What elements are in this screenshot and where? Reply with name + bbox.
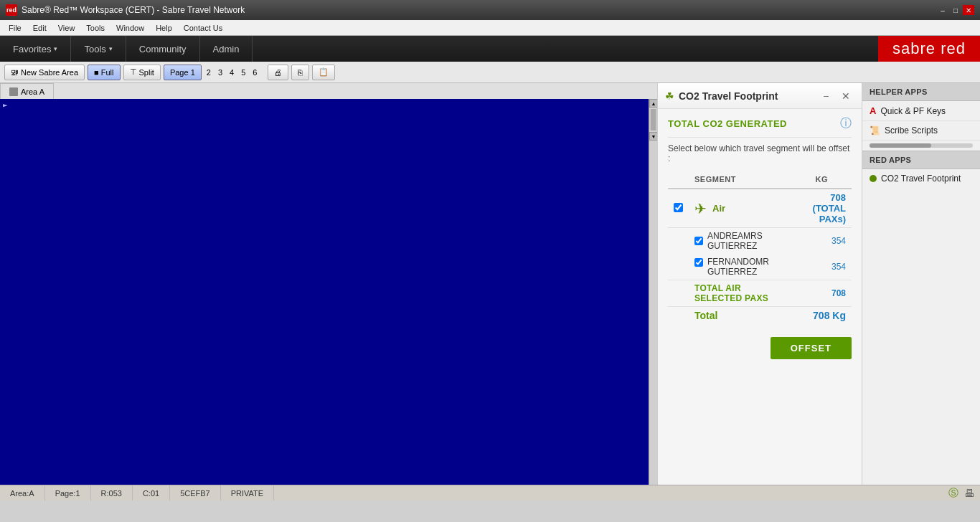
grand-total-kg: 708 Kg: [791, 307, 852, 325]
menu-contact-us[interactable]: Contact Us: [178, 22, 228, 34]
status-page: Page:1: [45, 485, 91, 500]
nav-admin-label: Admin: [213, 44, 240, 54]
pax2-name: FERNANDOMR GUTIERREZ: [707, 257, 786, 277]
scribe-scripts-icon: 📜: [870, 125, 880, 136]
co2-leaf-icon: ☘: [665, 90, 674, 102]
air-checkbox[interactable]: [674, 203, 683, 212]
status-right: Ⓢ 🖶: [948, 487, 974, 500]
menu-help[interactable]: Help: [150, 22, 178, 34]
page3-link[interactable]: 3: [216, 68, 225, 77]
offset-button[interactable]: OFFSET: [771, 337, 852, 359]
segment-table: SEGMENT KG ✈: [668, 171, 852, 324]
red-apps-header: RED APPS: [862, 151, 980, 169]
split-label: Split: [139, 68, 154, 77]
main-content: Area A ► ▲ ▼ ☘ CO2 Travel Footprint – ✕ …: [0, 83, 980, 485]
co2-title: CO2 Travel Footprint: [679, 90, 815, 102]
app-icon: red: [6, 4, 17, 16]
menu-view[interactable]: View: [52, 22, 81, 34]
page1-label: Page 1: [170, 68, 195, 77]
col-segment: SEGMENT: [689, 171, 791, 189]
split-icon: ⊤: [130, 67, 137, 77]
page4-link[interactable]: 4: [227, 68, 236, 77]
air-kg-value: 708 (TOTAL PAXs): [791, 189, 852, 228]
page5-link[interactable]: 5: [239, 68, 248, 77]
paste-button[interactable]: 📋: [312, 65, 335, 80]
total-co2-label: TOTAL CO2 GENERATED: [668, 118, 787, 129]
select-text: Select below which travel segment will b…: [668, 143, 852, 163]
pax1-name: ANDREAMRS GUTIERREZ: [707, 231, 786, 251]
close-button[interactable]: ✕: [963, 5, 974, 15]
page6-link[interactable]: 6: [250, 68, 259, 77]
copy-icon: ⎘: [298, 68, 303, 77]
airplane-icon: ✈: [694, 200, 707, 217]
nav-community-label: Community: [139, 44, 187, 54]
full-button[interactable]: ■ Full: [88, 65, 120, 80]
nav-admin[interactable]: Admin: [200, 36, 253, 62]
vertical-scrollbar[interactable]: ▲ ▼: [649, 99, 657, 485]
scroll-up-arrow[interactable]: ▲: [649, 99, 657, 108]
page2-link[interactable]: 2: [204, 68, 213, 77]
pax2-checkbox[interactable]: [694, 258, 703, 267]
page1-button[interactable]: Page 1: [164, 65, 202, 80]
full-label: Full: [101, 68, 114, 77]
pax1-checkbox[interactable]: [694, 237, 703, 245]
total-air-kg: 708: [791, 280, 852, 307]
co2-body: TOTAL CO2 GENERATED ⓘ Select below which…: [658, 109, 862, 331]
print-button[interactable]: 🖨: [268, 65, 288, 80]
menu-edit[interactable]: Edit: [27, 22, 52, 34]
helper-scrollbar-thumb[interactable]: [870, 143, 931, 148]
title-bar: red Sabre® Red™ Workspace (CERT) - Sabre…: [0, 0, 980, 20]
col-kg: KG: [791, 171, 852, 189]
maximize-button[interactable]: □: [950, 5, 961, 15]
status-bar: Area:A Page:1 R:053 C:01 5CEFB7 PRIVATE …: [0, 485, 980, 500]
grand-total-label: Total: [689, 307, 791, 325]
terminal-area: Area A ► ▲ ▼: [0, 83, 657, 485]
scroll-thumb[interactable]: [651, 109, 656, 130]
nav-favorites-label: Favorites: [13, 44, 51, 54]
paste-icon: 📋: [319, 67, 329, 77]
nav-bar: Favorites ▾ Tools ▾ Community Admin sabr…: [0, 36, 980, 62]
quick-pf-keys-item[interactable]: A Quick & PF Keys: [862, 101, 980, 121]
new-sabre-area-icon: 🖳: [11, 68, 19, 77]
status-code: 5CEFB7: [170, 485, 221, 500]
nav-tools-arrow: ▾: [109, 45, 113, 52]
copy-button[interactable]: ⎘: [291, 65, 309, 80]
quick-pf-label: Quick & PF Keys: [880, 106, 946, 116]
status-area: Area:A: [6, 485, 45, 500]
total-air-row: TOTAL AIR SELECTED PAXS 708: [668, 280, 852, 307]
title-bar-left: red Sabre® Red™ Workspace (CERT) - Sabre…: [6, 4, 245, 16]
helper-scrollbar[interactable]: [870, 143, 973, 148]
menu-window[interactable]: Window: [110, 22, 150, 34]
scroll-down-arrow[interactable]: ▼: [649, 132, 657, 141]
nav-favorites-arrow: ▾: [54, 45, 57, 52]
co2-widget: ☘ CO2 Travel Footprint – ✕ TOTAL CO2 GEN…: [657, 83, 862, 485]
scroll-track[interactable]: [649, 109, 657, 130]
area-tab[interactable]: Area A: [0, 83, 54, 99]
status-row: R:053: [91, 485, 133, 500]
co2-header: ☘ CO2 Travel Footprint – ✕: [658, 83, 862, 109]
co2-minimize-button[interactable]: –: [819, 90, 833, 103]
nav-favorites[interactable]: Favorites ▾: [0, 36, 71, 62]
co2-footprint-app-item[interactable]: CO2 Travel Footprint: [862, 169, 980, 188]
area-tab-label: Area A: [21, 87, 44, 96]
menu-file[interactable]: File: [3, 22, 27, 34]
split-button[interactable]: ⊤ Split: [123, 65, 161, 80]
area-tab-icon: [9, 87, 18, 96]
status-green-icon[interactable]: Ⓢ: [948, 487, 958, 500]
nav-community[interactable]: Community: [126, 36, 200, 62]
print-icon: 🖨: [274, 68, 282, 77]
terminal-screen[interactable]: ►: [0, 99, 649, 485]
info-icon[interactable]: ⓘ: [840, 116, 852, 131]
air-segment-row: ✈ Air 708 (TOTAL PAXs): [668, 189, 852, 228]
nav-tools[interactable]: Tools ▾: [71, 36, 126, 62]
status-mode: PRIVATE: [221, 485, 274, 500]
minimize-button[interactable]: –: [937, 5, 948, 15]
sabre-red-logo: sabre red: [878, 36, 980, 62]
new-sabre-area-button[interactable]: 🖳 New Sabre Area: [4, 65, 85, 80]
grand-total-row: Total 708 Kg: [668, 307, 852, 325]
status-display-icon[interactable]: 🖶: [964, 488, 974, 499]
total-air-label: TOTAL AIR SELECTED PAXS: [689, 280, 791, 307]
menu-tools[interactable]: Tools: [80, 22, 110, 34]
scribe-scripts-item[interactable]: 📜 Scribe Scripts: [862, 121, 980, 141]
co2-close-button[interactable]: ✕: [837, 89, 854, 103]
